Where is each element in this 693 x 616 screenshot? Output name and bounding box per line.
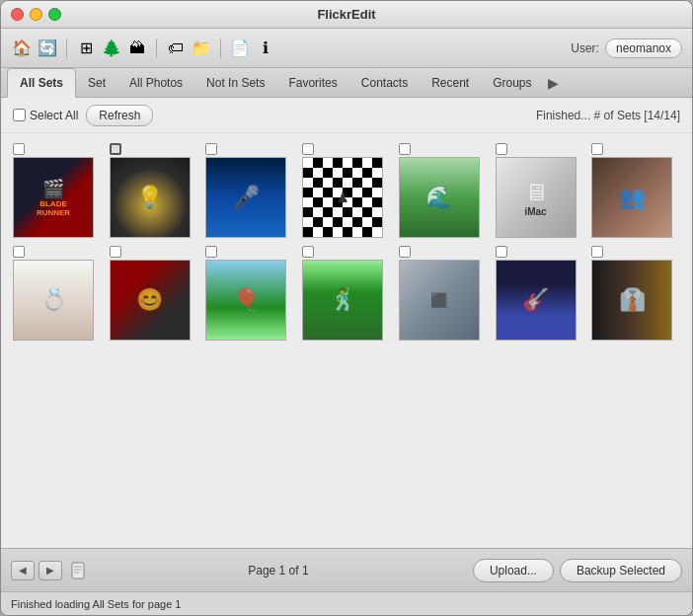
status-text: Finished... # of Sets [14/14]: [536, 109, 680, 122]
list-item[interactable]: 💍: [13, 246, 102, 341]
photo-thumbnail: 🎸: [496, 260, 577, 341]
list-item[interactable]: 🎤: [205, 143, 294, 238]
photo-checkbox[interactable]: [591, 143, 603, 155]
photo-checkbox[interactable]: [13, 246, 25, 258]
tab-recent[interactable]: Recent: [420, 68, 481, 97]
username-display[interactable]: neomanox: [605, 38, 682, 58]
next-page-button[interactable]: ▶: [38, 561, 62, 580]
select-all-checkbox[interactable]: [13, 109, 26, 121]
list-item[interactable]: 🌊: [399, 143, 488, 238]
tab-bar: All Sets Set All Photos Not In Sets Favo…: [1, 68, 692, 98]
photo-thumbnail: 😊: [110, 260, 191, 341]
photo-thumbnail: 👔: [591, 260, 672, 341]
photo-thumbnail: 🌊: [399, 157, 480, 238]
tab-contacts[interactable]: Contacts: [349, 68, 420, 97]
info-icon[interactable]: ℹ: [255, 38, 276, 59]
photo-grid: 🎬 BLADERUNNER 💡 🎤: [13, 143, 680, 341]
title-bar: FlickrEdit: [1, 1, 692, 29]
mountain-icon[interactable]: 🏔: [126, 38, 148, 59]
user-label: User:: [571, 41, 599, 55]
toolbar-separator-3: [220, 38, 221, 58]
backup-selected-button[interactable]: Backup Selected: [560, 559, 682, 582]
maximize-button[interactable]: [48, 8, 61, 21]
photo-checkbox[interactable]: [110, 246, 121, 258]
list-item[interactable]: 😊: [110, 246, 198, 341]
tab-more-button[interactable]: ▶: [544, 68, 564, 97]
main-window: FlickrEdit 🏠 🔄 ⊞ 🌲 🏔 🏷 📁 📄 ℹ User: neoma…: [0, 0, 693, 616]
photo-thumbnail: 🕺: [302, 260, 383, 341]
tab-all-photos[interactable]: All Photos: [117, 68, 194, 97]
tree-icon[interactable]: 🌲: [101, 38, 122, 59]
tab-groups[interactable]: Groups: [481, 68, 543, 97]
list-item[interactable]: 💡: [110, 143, 198, 238]
photo-checkbox[interactable]: [302, 143, 314, 155]
list-item[interactable]: 🕺: [302, 246, 391, 341]
toolbar-separator: [66, 38, 67, 58]
tab-favorites[interactable]: Favorites: [276, 68, 348, 97]
toolbar-separator-2: [156, 38, 157, 58]
photo-thumbnail: 👥: [591, 157, 672, 238]
photo-checkbox[interactable]: [205, 246, 217, 258]
grid-icon[interactable]: ⊞: [75, 38, 97, 59]
photo-thumbnail: 💍: [13, 260, 94, 341]
refresh-icon[interactable]: 🔄: [37, 38, 58, 59]
select-all-label[interactable]: Select All: [30, 109, 78, 122]
select-all-wrapper: Select All: [13, 109, 78, 122]
refresh-button[interactable]: Refresh: [86, 105, 153, 126]
tag-icon[interactable]: 🏷: [165, 38, 187, 59]
photo-thumbnail: 🖥 iMac: [496, 157, 577, 238]
photo-thumbnail: 🎈: [205, 260, 286, 341]
page-doc-icon: [68, 560, 90, 581]
status-bar-text: Finished loading All Sets for page 1: [11, 598, 181, 610]
photo-checkbox[interactable]: [591, 246, 603, 258]
photo-checkbox[interactable]: [399, 246, 411, 258]
tab-all-sets[interactable]: All Sets: [7, 68, 76, 98]
list-item[interactable]: 🎈: [205, 246, 294, 341]
toolbar: 🏠 🔄 ⊞ 🌲 🏔 🏷 📁 📄 ℹ User: neomanox: [1, 29, 692, 68]
home-icon[interactable]: 🏠: [11, 38, 33, 59]
photo-checkbox[interactable]: [496, 143, 507, 155]
photo-checkbox[interactable]: [110, 143, 121, 155]
photo-thumbnail: ♟: [302, 157, 383, 238]
photo-thumbnail: 🎤: [205, 157, 286, 238]
window-title: FlickrEdit: [317, 7, 375, 22]
user-section: User: neomanox: [571, 38, 682, 58]
list-item[interactable]: 🎸: [496, 246, 584, 341]
list-item[interactable]: 🎬 BLADERUNNER: [13, 143, 102, 238]
bottom-bar: ◀ ▶ Page 1 of 1 Upload... Backup Selecte…: [1, 548, 692, 591]
folder-icon[interactable]: 📁: [191, 38, 212, 59]
photo-checkbox[interactable]: [302, 246, 314, 258]
minimize-button[interactable]: [30, 8, 42, 21]
svg-rect-0: [72, 563, 84, 578]
list-item[interactable]: ⬛: [399, 246, 488, 341]
window-controls: [11, 8, 61, 21]
upload-button[interactable]: Upload...: [473, 559, 554, 582]
list-item[interactable]: 👔: [591, 246, 680, 341]
tab-not-in-sets[interactable]: Not In Sets: [194, 68, 276, 97]
list-item[interactable]: 🖥 iMac: [496, 143, 584, 238]
photo-checkbox[interactable]: [13, 143, 25, 155]
status-bar: Finished loading All Sets for page 1: [1, 591, 692, 615]
prev-page-button[interactable]: ◀: [11, 561, 35, 580]
controls-bar: Select All Refresh Finished... # of Sets…: [1, 98, 692, 133]
tab-set[interactable]: Set: [76, 68, 117, 97]
page-icon[interactable]: 📄: [229, 38, 251, 59]
close-button[interactable]: [11, 8, 24, 21]
list-item[interactable]: 👥: [591, 143, 680, 238]
photo-checkbox[interactable]: [399, 143, 411, 155]
photo-thumbnail: 🎬 BLADERUNNER: [13, 157, 94, 238]
toolbar-icons: 🏠 🔄 ⊞ 🌲 🏔 🏷 📁 📄 ℹ: [11, 38, 276, 59]
photo-checkbox[interactable]: [496, 246, 507, 258]
photo-checkbox[interactable]: [205, 143, 217, 155]
list-item[interactable]: ♟: [302, 143, 391, 238]
photo-thumbnail: ⬛: [399, 260, 480, 341]
photo-grid-container: 🎬 BLADERUNNER 💡 🎤: [1, 133, 692, 548]
page-info: Page 1 of 1: [90, 564, 467, 578]
photo-thumbnail: 💡: [110, 157, 191, 238]
